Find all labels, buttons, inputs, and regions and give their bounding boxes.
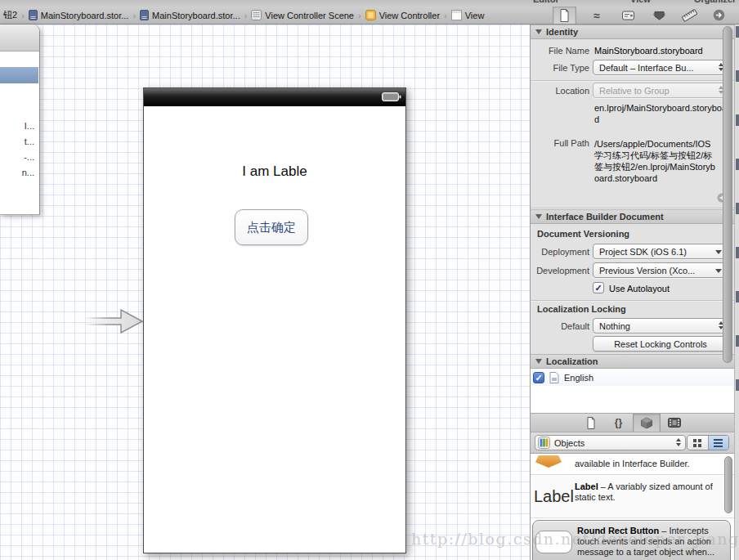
reset-locking-controls-button[interactable]: Reset Locking Controls [593, 336, 728, 352]
popup-stepper-icon [676, 438, 681, 446]
use-autolayout-label: Use Autolayout [609, 284, 670, 293]
development-label: Development [531, 266, 589, 276]
localization-locking-title: Localization Locking [537, 304, 626, 314]
full-path-label: Full Path [531, 138, 589, 148]
library-item-label[interactable]: Label Label – A variably sized amount of… [531, 476, 734, 518]
library-item-name: Label [575, 482, 598, 491]
edge-notch [736, 379, 739, 391]
outline-item[interactable]: t... [25, 137, 34, 146]
file-templates-library-tab[interactable] [577, 414, 605, 432]
view-controller-view[interactable]: I am Lable 点击确定 [143, 87, 406, 553]
list-view-button[interactable] [708, 436, 729, 450]
disclosure-triangle-icon [535, 29, 542, 34]
divider [531, 300, 734, 301]
media-library-tab[interactable] [661, 414, 688, 432]
language-name: English [564, 373, 593, 383]
utilities-panel: Identity File Name MainStoryboard.storyb… [530, 25, 739, 560]
jumpbar-item-scene[interactable]: View Controller Scene [249, 10, 356, 20]
outline-item[interactable]: I... [25, 121, 34, 131]
code-snippet-library-tab[interactable]: {} [605, 414, 633, 432]
jump-bar: 钮2 › MainStoryboard.stor... › MainStoryb… [2, 7, 486, 24]
file-template-icon [586, 417, 596, 429]
braces-icon: {} [615, 417, 622, 428]
round-rect-button-preview [535, 531, 572, 553]
disclosure-triangle-icon [535, 214, 542, 219]
ib-document-section-header[interactable]: Interface Builder Document [531, 209, 734, 224]
edge-notch [736, 335, 739, 347]
canvas-label[interactable]: I am Lable [144, 164, 405, 180]
jumpbar-item-view[interactable]: View [450, 10, 486, 20]
object-library-tab[interactable] [633, 414, 661, 432]
language-row[interactable]: ✓ English [531, 370, 734, 386]
status-bar [144, 88, 405, 106]
object-box-icon [535, 455, 562, 468]
identity-section-header[interactable]: Identity [531, 25, 734, 39]
outline-item[interactable]: n... [22, 168, 34, 177]
identity-card-icon [622, 11, 634, 20]
library-filter-row: Objects [531, 432, 734, 454]
scene-icon [251, 10, 262, 20]
default-label: Default [531, 321, 589, 331]
library-scope-popup[interactable]: Objects [535, 435, 686, 450]
library-scrollbar-thumb[interactable] [724, 456, 732, 513]
file-type-popup[interactable]: Default – Interface Bu... [593, 60, 728, 75]
grid-view-button[interactable] [687, 436, 708, 450]
connections-inspector-tab[interactable] [710, 7, 727, 23]
canvas-round-rect-button[interactable]: 点击确定 [235, 209, 308, 245]
view-icon [451, 10, 462, 20]
language-checkbox[interactable]: ✓ [533, 372, 544, 383]
jumpbar-separator: › [19, 11, 27, 20]
storyboard-canvas[interactable]: I... t... -... n... [0, 25, 530, 560]
edge-notch [736, 203, 739, 214]
use-autolayout-checkbox[interactable]: ✓ [593, 282, 604, 293]
storyboard-file-icon [140, 10, 149, 20]
grid-view-icon [693, 439, 701, 447]
toolbar-label-view: View [630, 0, 651, 4]
object-library-list: available in Interface Builder. Label La… [531, 454, 734, 560]
divider [531, 208, 734, 208]
jumpbar-item-project[interactable]: 钮2 [2, 9, 19, 21]
deployment-label: Deployment [531, 247, 589, 257]
location-popup[interactable]: Relative to Group [593, 83, 728, 98]
quick-help-icon: ≈ [593, 11, 600, 20]
identity-inspector-tab[interactable] [620, 7, 636, 23]
library-item-description: available in Interface Builder. [575, 459, 690, 468]
jumpbar-item-storyboard-doc[interactable]: MainStoryboard.stor... [138, 10, 242, 20]
film-strip-icon [668, 418, 681, 428]
deployment-popup[interactable]: Project SDK (iOS 6.1) [593, 244, 728, 259]
edge-notch [736, 26, 739, 38]
library-item-partial[interactable]: available in Interface Builder. [531, 454, 734, 475]
document-versioning-title: Document Versioning [537, 229, 629, 239]
outline-item[interactable]: -... [24, 152, 34, 162]
default-locking-popup[interactable]: Nothing [593, 318, 728, 334]
jumpbar-separator: › [441, 11, 450, 20]
development-popup[interactable]: Previous Version (Xco... [593, 262, 728, 278]
outline-panel-header [0, 25, 39, 52]
jumpbar-separator: › [356, 11, 364, 20]
toolbar: Editor View Organizer 钮2 › MainStoryboar… [0, 0, 739, 25]
toolbar-label-editor: Editor [533, 0, 559, 4]
file-inspector-tab[interactable] [556, 7, 572, 23]
library-item-name: Round Rect Button [577, 526, 659, 535]
disclosure-triangle-icon [535, 359, 542, 364]
jumpbar-item-storyboard-file[interactable]: MainStoryboard.stor... [27, 10, 131, 20]
edge-notch [736, 159, 739, 170]
size-inspector-tab[interactable] [681, 7, 697, 23]
location-label: Location [531, 86, 589, 96]
outline-selected-row[interactable] [0, 67, 38, 83]
inspector-scrollbar-thumb[interactable] [723, 26, 732, 363]
popup-arrow-icon [715, 269, 722, 273]
file-inspector-icon [559, 9, 570, 22]
attributes-inspector-tab[interactable] [651, 7, 667, 23]
jumpbar-item-view-controller[interactable]: View Controller [364, 10, 441, 20]
initial-view-controller-arrow[interactable] [83, 302, 145, 340]
edge-notch [736, 247, 739, 258]
toolbar-strip: Editor View Organizer [0, 0, 739, 7]
jumpbar-separator: › [130, 11, 138, 20]
file-name-value: MainStoryboard.storyboard [594, 46, 703, 56]
jumpbar-separator: › [242, 11, 250, 20]
localization-section-header[interactable]: Localization [531, 354, 734, 369]
quick-help-tab[interactable]: ≈ [589, 7, 605, 23]
xcode-window: Editor View Organizer 钮2 › MainStoryboar… [0, 0, 739, 560]
library-item-round-rect-button[interactable]: Round Rect Button – Intercepts touch eve… [532, 520, 731, 560]
